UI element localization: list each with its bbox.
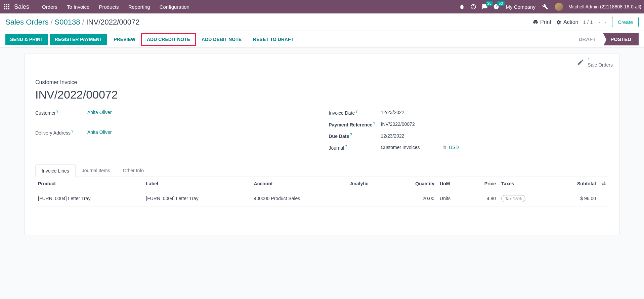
topbar: Sales Orders To Invoice Products Reporti… <box>0 0 644 13</box>
field-invoice-date: Invoice Date? 12/23/2022 <box>329 109 609 116</box>
nav-configuration[interactable]: Configuration <box>155 4 194 10</box>
stat-label: Sale Orders <box>588 62 613 68</box>
tabs: Invoice Lines Journal Items Other Info <box>35 164 609 177</box>
tab-invoice-lines[interactable]: Invoice Lines <box>35 164 76 177</box>
bc-sales-orders[interactable]: Sales Orders <box>5 18 48 27</box>
preview-button[interactable]: PREVIEW <box>109 34 140 45</box>
th-taxes[interactable]: Taxes <box>499 177 554 191</box>
cell-quantity: 20.00 <box>391 191 437 206</box>
table-header-row: Product Label Account Analytic Quantity … <box>35 177 609 191</box>
form-two-col: Customer? Anita Oliver Delivery Address?… <box>35 109 609 156</box>
tab-other-info[interactable]: Other Info <box>117 164 150 177</box>
add-credit-note-button[interactable]: ADD CREDIT NOTE <box>142 34 195 45</box>
bc-order[interactable]: S00138 <box>55 18 80 27</box>
cell-analytic <box>347 191 391 206</box>
in-label: in <box>442 145 446 150</box>
field-delivery: Delivery Address? Anita Oliver <box>35 129 315 136</box>
th-quantity[interactable]: Quantity <box>391 177 437 191</box>
messaging-badge: 25 <box>486 1 493 6</box>
th-uom[interactable]: UoM <box>437 177 467 191</box>
action-button[interactable]: Action <box>556 19 578 25</box>
th-subtotal[interactable]: Subtotal <box>554 177 599 191</box>
form-card: 1 Sale Orders Customer Invoice INV/2022/… <box>24 53 620 235</box>
invoice-date-value: 12/23/2022 <box>381 110 404 115</box>
cell-label: [FURN_0004] Letter Tray <box>143 191 251 206</box>
stat-text: 1 Sale Orders <box>588 57 613 68</box>
app-name[interactable]: Sales <box>14 3 29 10</box>
support-icon[interactable] <box>470 3 477 10</box>
tab-journal-items[interactable]: Journal Items <box>76 164 117 177</box>
topbar-right: 25 50 My Company Mitchell Admin (2211880… <box>458 3 641 11</box>
tools-icon[interactable] <box>542 3 549 10</box>
table-row[interactable]: [FURN_0004] Letter Tray [FURN_0004] Lett… <box>35 191 609 206</box>
avatar[interactable] <box>555 3 563 11</box>
col-left: Customer? Anita Oliver Delivery Address?… <box>35 109 315 156</box>
activities-icon[interactable]: 50 <box>492 3 500 10</box>
add-debit-note-button[interactable]: ADD DEBIT NOTE <box>197 34 246 45</box>
print-button[interactable]: Print <box>533 19 551 25</box>
help-icon[interactable]: ? <box>345 144 347 148</box>
create-button[interactable]: Create <box>612 17 639 27</box>
journal-value-row: Customer Invoices in USD <box>381 145 459 150</box>
delivery-label: Delivery Address? <box>35 129 87 136</box>
invoice-date-label: Invoice Date? <box>329 109 381 116</box>
journal-label: Journal? <box>329 144 381 151</box>
customer-value[interactable]: Anita Oliver <box>87 110 112 115</box>
form-body: Customer Invoice INV/2022/00072 Customer… <box>25 71 619 235</box>
breadcrumb-row: Sales Orders / S00138 / INV/2022/00072 P… <box>0 13 644 31</box>
pager-prev-icon[interactable]: ‹ <box>598 20 602 25</box>
status-posted[interactable]: POSTED <box>603 33 639 45</box>
cell-uom: Units <box>437 191 467 206</box>
status-bar: DRAFT POSTED <box>571 33 639 45</box>
pager-arrows: ‹ › <box>598 20 607 25</box>
nav-to-invoice[interactable]: To Invoice <box>62 4 94 10</box>
th-account[interactable]: Account <box>251 177 348 191</box>
help-icon[interactable]: ? <box>350 133 352 137</box>
company-selector[interactable]: My Company <box>506 4 535 10</box>
help-icon[interactable]: ? <box>71 129 73 133</box>
field-due-date: Due Date? 12/23/2022 <box>329 133 609 139</box>
help-icon[interactable]: ? <box>355 109 357 113</box>
th-price[interactable]: Price <box>467 177 499 191</box>
field-payment-ref: Payment Reference? INV/2022/00072 <box>329 121 609 127</box>
pager: 1 / 1 <box>583 19 593 25</box>
help-icon[interactable]: ? <box>373 121 375 125</box>
activities-badge: 50 <box>497 1 505 6</box>
cell-account: 400000 Product Sales <box>251 191 348 206</box>
cell-taxes: Tax 15% <box>499 191 554 206</box>
edit-icon <box>577 59 584 66</box>
th-product[interactable]: Product <box>35 177 143 191</box>
pager-next-icon[interactable]: › <box>603 20 607 25</box>
cell-options <box>599 191 609 206</box>
payment-ref-label: Payment Reference? <box>329 121 381 127</box>
apps-icon[interactable] <box>3 3 11 11</box>
tax-pill: Tax 15% <box>501 195 525 202</box>
send-print-button[interactable]: SEND & PRINT <box>5 34 48 45</box>
currency-value[interactable]: USD <box>449 145 459 150</box>
messaging-icon[interactable]: 25 <box>481 3 488 10</box>
delivery-value[interactable]: Anita Oliver <box>87 129 112 135</box>
nav-reporting[interactable]: Reporting <box>124 4 155 10</box>
nav-products[interactable]: Products <box>94 4 123 10</box>
bc-sep: / <box>50 18 52 27</box>
due-date-label: Due Date? <box>329 133 381 139</box>
th-label[interactable]: Label <box>143 177 251 191</box>
th-options[interactable] <box>599 177 609 191</box>
print-label: Print <box>540 19 551 25</box>
field-journal: Journal? Customer Invoices in USD <box>329 144 609 151</box>
register-payment-button[interactable]: REGISTER PAYMENT <box>50 34 107 45</box>
status-draft[interactable]: DRAFT <box>571 33 603 45</box>
sale-orders-stat[interactable]: 1 Sale Orders <box>570 53 619 71</box>
topbar-left: Sales Orders To Invoice Products Reporti… <box>3 3 194 11</box>
bug-icon[interactable] <box>458 3 466 10</box>
reset-to-draft-button[interactable]: RESET TO DRAFT <box>248 34 298 45</box>
bc-right: Print Action 1 / 1 ‹ › Create <box>533 17 639 27</box>
help-icon[interactable]: ? <box>56 109 58 113</box>
bc-sep: / <box>82 18 84 27</box>
nav-orders[interactable]: Orders <box>37 4 62 10</box>
user-name[interactable]: Mitchell Admin (22118808-16-0-all) <box>568 4 641 9</box>
bc-invoice: INV/2022/00072 <box>86 18 140 27</box>
cell-product: [FURN_0004] Letter Tray <box>35 191 143 206</box>
th-analytic[interactable]: Analytic <box>347 177 391 191</box>
content: 1 Sale Orders Customer Invoice INV/2022/… <box>0 48 644 240</box>
